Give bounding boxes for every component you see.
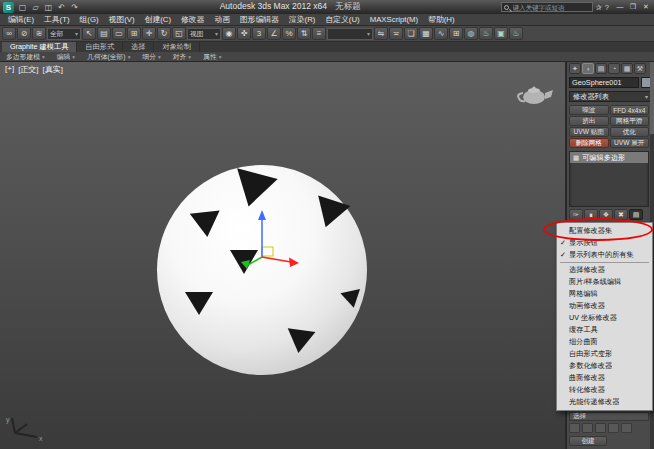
reference-coordinate-dropdown[interactable]: 视图▾ xyxy=(187,28,221,40)
subobject-level-icon[interactable] xyxy=(582,423,593,433)
graphite-toggle-icon[interactable]: ▦ xyxy=(419,27,433,40)
menu-item[interactable]: 动画 xyxy=(209,14,235,25)
modifier-list-dropdown[interactable]: 修改器列表 ▾ xyxy=(569,91,652,102)
panel-scrollbar-thumb[interactable] xyxy=(650,62,654,134)
viewport[interactable]: [+][正交][真实] x y xyxy=(0,62,566,449)
select-manipulate-icon[interactable]: ✜ xyxy=(237,27,251,40)
create-button[interactable]: 创建 xyxy=(569,436,607,446)
ribbon-tab[interactable]: Graphite 建模工具 xyxy=(2,42,77,52)
menu-item[interactable]: 图形编辑器 xyxy=(235,14,284,25)
help-icon[interactable]: ? xyxy=(605,3,609,12)
modifier-set-button[interactable]: 挤出 xyxy=(569,116,609,126)
menu-item[interactable]: 编辑(E) xyxy=(3,14,39,25)
modifier-set-button[interactable]: 噪波 xyxy=(569,105,609,115)
ribbon-panel[interactable]: 编辑▾ xyxy=(57,52,75,62)
show-end-result-icon[interactable]: ∎ xyxy=(584,209,598,220)
snap-toggle-icon[interactable]: 3 xyxy=(252,27,266,40)
popup-menu-item[interactable]: ✓显示按钮 xyxy=(557,237,652,249)
remove-modifier-icon[interactable]: ✖ xyxy=(614,209,628,220)
modifier-set-button[interactable]: UVW 贴图 xyxy=(569,127,609,137)
mirror-icon[interactable]: ⇋ xyxy=(374,27,388,40)
popup-menu-item[interactable]: 缓存工具 xyxy=(557,324,652,336)
modifier-set-button[interactable]: 网格平滑 xyxy=(610,116,650,126)
popup-menu-item[interactable]: 网格编辑 xyxy=(557,288,652,300)
subobject-level-icon[interactable] xyxy=(608,423,619,433)
ribbon-panel[interactable]: 几何体(全部)▾ xyxy=(87,52,130,62)
popup-menu-item[interactable]: 光能传递修改器 xyxy=(557,396,652,408)
layer-manager-icon[interactable]: ❏ xyxy=(404,27,418,40)
modifier-set-button[interactable]: UVW 展开 xyxy=(610,138,650,148)
popup-menu-item[interactable]: ✓显示列表中的所有集 xyxy=(557,249,652,261)
align-icon[interactable]: ≍ xyxy=(389,27,403,40)
undo-icon[interactable]: ↶ xyxy=(56,3,67,12)
ribbon-panel[interactable]: 属性▾ xyxy=(203,52,221,62)
select-by-name-icon[interactable]: ▤ xyxy=(97,27,111,40)
minimize-button[interactable]: — xyxy=(615,3,625,11)
close-button[interactable]: ✕ xyxy=(641,3,651,11)
infocenter-search-input[interactable] xyxy=(511,3,590,12)
move-gizmo[interactable] xyxy=(225,202,305,272)
favorites-star-icon[interactable]: ✰ xyxy=(596,3,602,12)
configure-modifier-sets-icon[interactable]: ▤ xyxy=(629,209,643,220)
modifier-stack-item[interactable]: ▦可编辑多边形 xyxy=(570,152,648,163)
subobject-level-icon[interactable] xyxy=(569,423,580,433)
new-scene-icon[interactable]: ▢ xyxy=(17,3,28,12)
object-name-field[interactable]: GeoSphere001 xyxy=(569,77,639,88)
menu-item[interactable]: 视图(V) xyxy=(104,14,140,25)
viewport-shading-label[interactable]: [真实] xyxy=(43,64,63,75)
select-rotate-icon[interactable]: ↻ xyxy=(157,27,171,40)
menu-item[interactable]: 帮助(H) xyxy=(423,14,459,25)
percent-snap-icon[interactable]: % xyxy=(282,27,296,40)
ribbon-panel[interactable]: 细分▾ xyxy=(142,52,160,62)
ribbon-tab[interactable]: 自由形式 xyxy=(77,42,123,52)
popup-menu-item[interactable]: 选择修改器 xyxy=(557,264,652,276)
rendered-frame-icon[interactable]: ▣ xyxy=(494,27,508,40)
make-unique-icon[interactable]: ❖ xyxy=(599,209,613,220)
modifier-set-button[interactable]: 删除网格 xyxy=(569,138,609,148)
popup-menu-item[interactable]: 自由形式变形 xyxy=(557,348,652,360)
open-file-icon[interactable]: ▱ xyxy=(30,3,41,12)
display-tab[interactable]: ▦ xyxy=(621,63,633,74)
popup-menu-item[interactable]: 参数化修改器 xyxy=(557,360,652,372)
spinner-snap-icon[interactable]: ⇅ xyxy=(297,27,311,40)
modify-tab[interactable]: ◖ xyxy=(582,63,594,74)
modifier-stack[interactable]: ▦可编辑多边形 xyxy=(569,151,649,207)
menu-item[interactable]: 创建(C) xyxy=(140,14,176,25)
popup-menu-item[interactable]: 配置修改器集 xyxy=(557,225,652,237)
bind-to-spacewarp-icon[interactable]: ≋ xyxy=(32,27,46,40)
modifier-set-button[interactable]: 优化 xyxy=(610,127,650,137)
ribbon-panel[interactable]: 对齐▾ xyxy=(173,52,191,62)
use-pivot-center-icon[interactable]: ◉ xyxy=(222,27,236,40)
viewcube-teapot-icon[interactable] xyxy=(512,80,556,110)
angle-snap-icon[interactable]: ∠ xyxy=(267,27,281,40)
select-scale-icon[interactable]: ◱ xyxy=(172,27,186,40)
popup-menu-item[interactable]: 细分曲面 xyxy=(557,336,652,348)
rectangular-selection-icon[interactable]: ▭ xyxy=(112,27,126,40)
save-file-icon[interactable]: ◫ xyxy=(43,3,54,12)
maximize-button[interactable]: ❐ xyxy=(628,3,638,11)
motion-tab[interactable]: ◔ xyxy=(608,63,620,74)
ribbon-tab[interactable]: 对象绘制 xyxy=(154,42,200,52)
popup-menu-item[interactable]: 转化修改器 xyxy=(557,384,652,396)
popup-menu-item[interactable]: 曲面修改器 xyxy=(557,372,652,384)
popup-menu-item[interactable]: 动画修改器 xyxy=(557,300,652,312)
selection-rollout-header[interactable]: 选择 xyxy=(569,412,649,421)
window-crossing-icon[interactable]: ⊞ xyxy=(127,27,141,40)
menu-item[interactable]: 渲染(R) xyxy=(284,14,320,25)
render-setup-icon[interactable]: ♨ xyxy=(479,27,493,40)
redo-icon[interactable]: ↷ xyxy=(69,3,80,12)
unlink-icon[interactable]: ⊘ xyxy=(17,27,31,40)
menu-item[interactable]: 组(G) xyxy=(75,14,104,25)
curve-editor-icon[interactable]: ∿ xyxy=(434,27,448,40)
select-move-icon[interactable]: ✛ xyxy=(142,27,156,40)
pin-stack-icon[interactable]: ✑ xyxy=(569,209,583,220)
viewport-pov-label[interactable]: [正交] xyxy=(18,64,38,75)
modifier-set-button[interactable]: FFD 4x4x4 xyxy=(610,105,650,115)
subobject-level-icon[interactable] xyxy=(621,423,632,433)
menu-item[interactable]: 修改器 xyxy=(176,14,209,25)
ribbon-tab[interactable]: 选择 xyxy=(123,42,154,52)
render-production-icon[interactable]: ♨ xyxy=(509,27,523,40)
select-link-icon[interactable]: ∞ xyxy=(2,27,16,40)
create-tab[interactable]: ✦ xyxy=(569,63,581,74)
menu-item[interactable]: 工具(T) xyxy=(39,14,75,25)
